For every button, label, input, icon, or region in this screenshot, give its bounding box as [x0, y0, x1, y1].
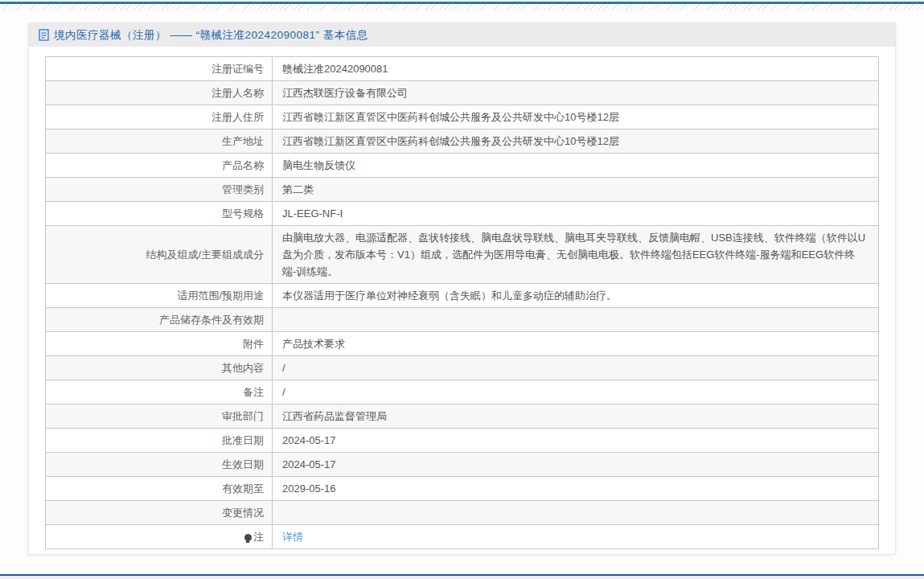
table-row: 注册人住所江西省赣江新区直管区中医药科创城公共服务及公共研发中心10号楼12层: [46, 105, 879, 129]
table-row: 变更情况: [46, 501, 879, 525]
row-value: 2024-05-17: [273, 429, 879, 453]
row-label: 有效期至: [46, 477, 273, 501]
row-value: 赣械注准20242090081: [273, 57, 879, 81]
row-value: 脑电生物反馈仪: [273, 154, 879, 178]
table-row: 有效期至2029-05-16: [46, 477, 879, 501]
row-label: 注册证编号: [46, 57, 273, 81]
document-icon: [39, 29, 49, 41]
detail-link[interactable]: 详情: [282, 531, 303, 543]
row-label: 型号规格: [46, 202, 273, 226]
row-value: 江西省药品监督管理局: [273, 404, 879, 429]
row-label-note: 注: [46, 525, 273, 549]
row-label: 其他内容: [46, 356, 273, 380]
row-label: 批准日期: [46, 429, 273, 453]
table-row: 备注/: [46, 380, 879, 404]
row-value: 由脑电放大器、电源适配器、盘状转接线、脑电盘状导联线、脑电耳夹导联线、反馈脑电帽…: [273, 226, 879, 284]
row-label: 产品储存条件及有效期: [46, 308, 273, 332]
row-label: 管理类别: [46, 178, 273, 202]
table-row: 产品储存条件及有效期: [46, 308, 879, 332]
bulb-icon: [244, 534, 252, 541]
row-value: 2024-05-17: [273, 453, 879, 477]
table-row: 生产地址江西省赣江新区直管区中医药科创城公共服务及公共研发中心10号楼12层: [46, 129, 879, 154]
row-value: [273, 308, 879, 332]
row-label: 附件: [46, 332, 273, 356]
row-value: [273, 501, 879, 525]
note-label: 注: [253, 531, 264, 543]
table-row: 型号规格JL-EEG-NF-Ⅰ: [46, 202, 879, 226]
table-row: 批准日期2024-05-17: [46, 429, 879, 453]
row-label: 备注: [46, 380, 273, 404]
row-label: 结构及组成/主要组成成分: [46, 226, 273, 284]
top-hatch-pattern: [0, 4, 924, 10]
table-row: 附件产品技术要求: [46, 332, 879, 356]
row-label: 生效日期: [46, 453, 273, 477]
table-row: 管理类别第二类: [46, 178, 879, 202]
row-label: 注册人住所: [46, 105, 273, 129]
table-row: 结构及组成/主要组成成分由脑电放大器、电源适配器、盘状转接线、脑电盘状导联线、脑…: [46, 226, 879, 284]
table-row: 其他内容/: [46, 356, 879, 380]
row-label: 生产地址: [46, 129, 273, 154]
row-value: 第二类: [273, 178, 879, 202]
row-value: 江西省赣江新区直管区中医药科创城公共服务及公共研发中心10号楼12层: [273, 129, 879, 154]
footer-band: [0, 574, 924, 579]
row-value: 江西杰联医疗设备有限公司: [273, 81, 879, 105]
table-row: 生效日期2024-05-17: [46, 453, 879, 477]
row-label: 适用范围/预期用途: [46, 284, 273, 308]
table-row: 产品名称脑电生物反馈仪: [46, 154, 879, 178]
row-label: 注册人名称: [46, 81, 273, 105]
row-value-note: 详情: [273, 525, 879, 549]
panel-titlebar: 境内医疗器械（注册） —— “赣械注准20242090081” 基本信息: [29, 23, 895, 47]
table-row-note: 注 详情: [46, 525, 879, 549]
row-value: 产品技术要求: [273, 332, 879, 356]
info-panel: 境内医疗器械（注册） —— “赣械注准20242090081” 基本信息 注册证…: [28, 23, 896, 555]
row-value: 2029-05-16: [273, 477, 879, 501]
registration-table: 注册证编号赣械注准20242090081 注册人名称江西杰联医疗设备有限公司 注…: [45, 56, 879, 549]
table-row: 注册人名称江西杰联医疗设备有限公司: [46, 81, 879, 105]
row-value: 江西省赣江新区直管区中医药科创城公共服务及公共研发中心10号楼12层: [273, 105, 879, 129]
row-value: /: [273, 356, 879, 380]
row-value: /: [273, 380, 879, 404]
row-label: 产品名称: [46, 154, 273, 178]
table-row: 审批部门江西省药品监督管理局: [46, 404, 879, 429]
table-row: 适用范围/预期用途本仪器适用于医疗单位对神经衰弱（含失眠）和儿童多动症的辅助治疗…: [46, 284, 879, 308]
page-title: 境内医疗器械（注册） —— “赣械注准20242090081” 基本信息: [54, 28, 368, 43]
top-decorative-band: [0, 0, 924, 10]
row-value: 本仪器适用于医疗单位对神经衰弱（含失眠）和儿童多动症的辅助治疗。: [273, 284, 879, 308]
table-row: 注册证编号赣械注准20242090081: [46, 57, 879, 81]
row-label: 变更情况: [46, 501, 273, 525]
table-container: 注册证编号赣械注准20242090081 注册人名称江西杰联医疗设备有限公司 注…: [29, 47, 895, 564]
row-label: 审批部门: [46, 404, 273, 429]
row-value: JL-EEG-NF-Ⅰ: [273, 202, 879, 226]
